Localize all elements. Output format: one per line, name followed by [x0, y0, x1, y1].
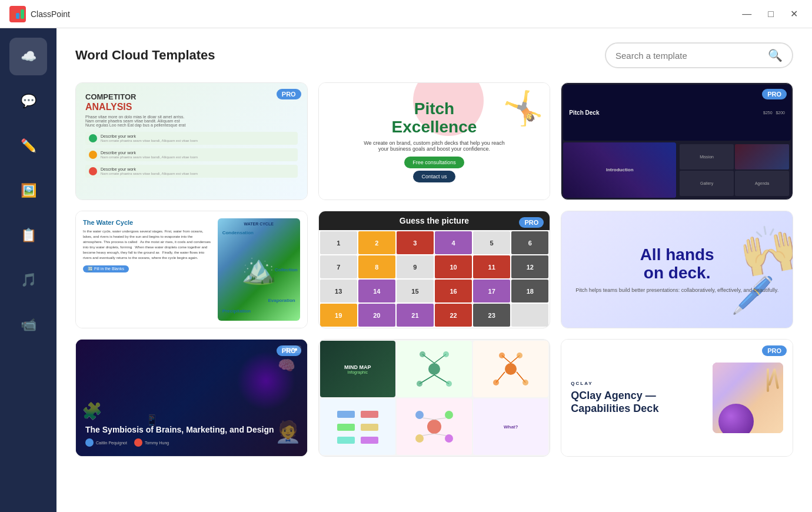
competitor-title: COMPETITOR ANALYSIS Phase vitae more on … — [85, 92, 298, 127]
template-card-pitch-excellence[interactable]: PitchExcellence We create on brand, cust… — [318, 82, 551, 200]
svg-rect-20 — [337, 424, 355, 431]
guess-cell-10: 10 — [435, 255, 472, 278]
logo-bars — [11, 9, 24, 19]
sidebar-item-image[interactable]: 🖼️ — [9, 172, 47, 210]
sidebar-item-slides[interactable]: 📋 — [9, 217, 47, 254]
pro-badge-competitor: PRO — [277, 89, 301, 99]
svg-line-32 — [434, 434, 446, 435]
templates-grid: COMPETITOR ANALYSIS Phase vitae more on … — [56, 78, 812, 512]
template-card-all-hands[interactable]: All handson deck. Pitch helps teams buil… — [561, 211, 793, 328]
qclay-sticks — [767, 368, 777, 392]
search-icon: 🔍 — [768, 48, 783, 62]
pitch-contact-button[interactable]: Contact us — [413, 171, 455, 182]
mindmap-card-content: MIND MAP Infographic — [319, 340, 550, 456]
water-fill-btn[interactable]: 🔠 Fill in the Blanks — [83, 265, 129, 272]
sidebar-item-wordcloud[interactable]: ☁️ — [9, 38, 47, 75]
comp-dot-2 — [89, 151, 97, 159]
image-upload-icon: 🖼️ — [21, 183, 36, 198]
slides-icon: 📋 — [21, 228, 36, 243]
sidebar-item-video[interactable]: 📹 — [9, 306, 47, 344]
symbiosis-meta: Caitlin Pequignot Tommy Hung — [85, 438, 298, 447]
comp-dot-1 — [89, 134, 97, 142]
search-input[interactable] — [615, 51, 768, 61]
allhands-card-content: All handson deck. Pitch helps teams buil… — [561, 211, 793, 328]
condensation-label: Condensation — [222, 230, 254, 235]
sidebar-item-chat[interactable]: 💬 — [9, 82, 47, 120]
guess-cell-22: 22 — [435, 304, 472, 327]
svg-point-4 — [443, 351, 449, 357]
close-button[interactable]: ✕ — [786, 6, 803, 22]
mindmap-cell-main: MIND MAP Infographic — [320, 341, 395, 397]
symbiosis-presenter-1: Caitlin Pequignot — [85, 438, 127, 447]
pro-badge-qclay: PRO — [762, 345, 787, 356]
svg-rect-21 — [361, 424, 378, 431]
comp-item-2: Describe your workNam ornate phaetra sea… — [85, 148, 298, 161]
svg-rect-22 — [337, 437, 355, 444]
water-cycle-label: WATER CYCLE — [244, 222, 273, 226]
mindmap-question-label: What? — [504, 424, 518, 430]
qclay-brand: QCLAY — [571, 381, 713, 386]
svg-point-24 — [427, 420, 441, 434]
guess-cell-12: 12 — [511, 255, 548, 278]
pitch-figure-icon: 🤸 — [502, 89, 544, 128]
search-bar[interactable]: 🔍 — [605, 42, 793, 68]
mindmap-cell-question: What? — [473, 398, 548, 455]
template-card-symbiosis[interactable]: 🧩 🧠 📱 🧑‍💼 The Symbiosis of Brains, Marke… — [75, 339, 308, 457]
pitch-free-button[interactable]: Free consultations — [404, 157, 464, 168]
guess-cell-14: 14 — [358, 280, 395, 302]
sidebar-item-write[interactable]: ✏️ — [9, 127, 47, 165]
symbiosis-title: The Symbiosis of Brains, Marketing, and … — [85, 424, 298, 435]
template-card-mind-map[interactable]: MIND MAP Infographic — [318, 339, 551, 457]
pitch-card-content: PitchExcellence We create on brand, cust… — [319, 83, 550, 200]
competitor-items: Describe your workNam ornate phaetra sea… — [85, 132, 298, 178]
allhands-hands-icon: 🙌 — [736, 218, 793, 283]
guess-cell-3: 3 — [397, 231, 434, 254]
template-card-qclay[interactable]: QCLAY QClay Agency — Capabilities Deck P… — [561, 339, 793, 457]
mindmap-cell-network — [397, 398, 472, 455]
logo-bar-red — [11, 11, 15, 19]
allhands-title: All handson deck. — [640, 246, 714, 282]
mindmap-cell-diagram1 — [397, 341, 472, 397]
guess-cell-4: 4 — [435, 231, 472, 254]
pitchdeck-cell-intro: Introduction — [563, 142, 676, 198]
template-card-guess[interactable]: Guess the picture 1 2 3 4 5 6 7 8 9 10 1… — [318, 211, 551, 328]
audio-icon: 🎵 — [21, 272, 36, 288]
mindmap-svg-3 — [334, 406, 381, 447]
svg-line-29 — [422, 418, 434, 420]
qclay-text: QCLAY QClay Agency — Capabilities Deck — [571, 381, 713, 415]
mindmap-main-sub: Infographic — [347, 370, 368, 374]
pitchdeck-agenda: Agenda — [735, 171, 789, 196]
sidebar-item-audio[interactable]: 🎵 — [9, 261, 47, 299]
evaporation-label: Evaporation — [268, 298, 295, 303]
presenter-avatar-2 — [134, 438, 142, 447]
svg-point-17 — [523, 380, 528, 385]
guess-card-content: Guess the picture 1 2 3 4 5 6 7 8 9 10 1… — [319, 211, 550, 328]
symbiosis-brain-icon: 🧠 — [278, 357, 295, 374]
presenter-name-2: Tommy Hung — [145, 441, 169, 445]
svg-point-26 — [445, 411, 453, 419]
template-card-water-cycle[interactable]: The Water Cycle In the water cycle, wate… — [75, 211, 308, 328]
pro-badge-pitchdeck: PRO — [762, 89, 787, 99]
svg-point-13 — [517, 353, 523, 358]
guess-cell-20: 20 — [358, 304, 395, 327]
presenter-avatar-1 — [85, 438, 94, 447]
guess-cell-9: 9 — [397, 255, 434, 278]
mindmap-cell-diagram2 — [473, 341, 548, 397]
pitchdeck-cell-right: Mission Gallery Agenda — [678, 142, 791, 198]
qclay-title: QClay Agency — Capabilities Deck — [571, 390, 713, 415]
water-title: The Water Cycle — [83, 218, 213, 227]
template-card-pitch-deck[interactable]: Pitch Deck $250 $200 Introduction Missio… — [561, 82, 793, 200]
svg-point-0 — [428, 363, 440, 375]
svg-rect-18 — [337, 411, 355, 418]
comp-dot-3 — [89, 167, 97, 175]
pitchdeck-title: Pitch Deck — [569, 109, 599, 116]
guess-cell-6: 6 — [511, 231, 548, 254]
minimize-button[interactable]: — — [737, 6, 756, 22]
water-mountain-icon: 🏔️ — [241, 253, 277, 286]
titlebar: ClassPoint — □ ✕ — [0, 0, 812, 28]
template-card-competitor-analysis[interactable]: COMPETITOR ANALYSIS Phase vitae more on … — [75, 82, 308, 200]
maximize-button[interactable]: □ — [763, 6, 778, 22]
pitch-subtitle: We create on brand, custom pitch decks t… — [364, 140, 505, 152]
cloud-icon: ☁️ — [21, 49, 36, 64]
svg-point-25 — [415, 411, 424, 419]
